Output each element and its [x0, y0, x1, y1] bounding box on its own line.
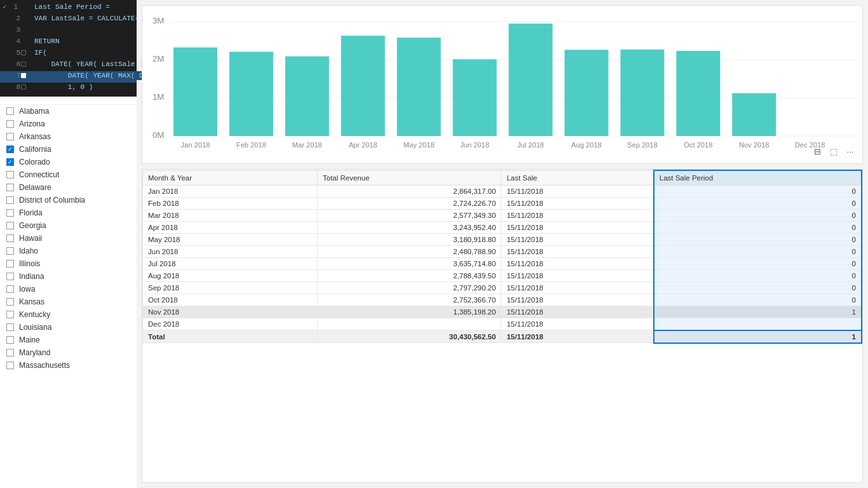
- svg-text:Sep 2018: Sep 2018: [627, 142, 658, 149]
- state-label: Hawaii: [19, 234, 42, 243]
- table-row: Feb 20182,724,226.7015/11/20180: [143, 198, 862, 210]
- state-item-illinois[interactable]: Illinois: [0, 257, 137, 270]
- cell-revenue: 2,577,349.30: [318, 210, 501, 222]
- cell-lastsale: 15/11/2018: [501, 210, 654, 222]
- svg-rect-16: [397, 37, 441, 136]
- state-item-massachusetts[interactable]: Massachusetts: [0, 359, 137, 372]
- state-item-connecticut[interactable]: Connecticut: [0, 168, 137, 181]
- state-item-maryland[interactable]: Maryland: [0, 346, 137, 359]
- state-checkbox[interactable]: [6, 171, 14, 179]
- state-checkbox[interactable]: [6, 336, 14, 344]
- svg-text:1M: 1M: [153, 93, 165, 102]
- cell-month: Feb 2018: [143, 198, 318, 210]
- cell-month: Jan 2018: [143, 186, 318, 198]
- cell-lastsale: 15/11/2018: [501, 222, 654, 234]
- state-checkbox[interactable]: ✓: [6, 146, 14, 153]
- table-row: Jan 20182,864,317.0015/11/20180: [143, 186, 862, 198]
- table-row: Jun 20182,480,788.9015/11/20180: [143, 246, 862, 258]
- code-line-6: 6 DATE( YEAR( LastSale ), MONTH( LastSal…: [0, 60, 137, 71]
- cell-revenue: 3,243,952.40: [318, 222, 501, 234]
- table-row: May 20183,180,918.8015/11/20180: [143, 234, 862, 246]
- state-item-florida[interactable]: Florida: [0, 207, 137, 219]
- state-checkbox[interactable]: [6, 120, 14, 128]
- cell-month: Sep 2018: [143, 282, 318, 294]
- state-checkbox[interactable]: [6, 209, 14, 217]
- state-label: Louisiana: [19, 323, 51, 332]
- table-total-row: Total30,430,562.5015/11/20181: [143, 330, 862, 343]
- svg-rect-10: [229, 51, 273, 136]
- data-table: Month & Year Total Revenue Last Sale Las…: [142, 169, 863, 483]
- filter-icon-btn[interactable]: ⊟: [810, 144, 824, 158]
- table-row: Dec 201815/11/2018: [143, 318, 862, 330]
- export-icon-btn[interactable]: ⬚: [827, 144, 841, 158]
- code-line-7: 7 DATE( YEAR( MAX( Dates[Date] ) ), MONT…: [0, 71, 137, 83]
- state-checkbox[interactable]: [6, 311, 14, 318]
- state-checkbox[interactable]: [6, 222, 14, 229]
- cell-lastsale: 15/11/2018: [501, 294, 654, 306]
- state-item-kentucky[interactable]: Kentucky: [0, 308, 137, 321]
- state-filter-header: [0, 97, 137, 105]
- state-label: California: [19, 145, 51, 154]
- cell-lastsale: 15/11/2018: [501, 270, 654, 282]
- state-checkbox[interactable]: [6, 323, 14, 331]
- cell-lastsale: 15/11/2018: [501, 306, 654, 318]
- svg-text:May 2018: May 2018: [403, 142, 435, 149]
- state-checkbox[interactable]: [6, 184, 14, 191]
- cell-revenue: 1,385,198.20: [318, 306, 501, 318]
- state-checkbox[interactable]: [6, 362, 14, 369]
- state-item-indiana[interactable]: Indiana: [0, 270, 137, 283]
- state-label: Kansas: [19, 297, 44, 306]
- cell-lastsaleperiod: 0: [654, 198, 862, 210]
- state-item-kansas[interactable]: Kansas: [0, 295, 137, 308]
- cell-lastsaleperiod: 0: [654, 234, 862, 246]
- state-item-louisiana[interactable]: Louisiana: [0, 321, 137, 334]
- state-checkbox[interactable]: ✓: [6, 158, 14, 166]
- svg-rect-26: [676, 51, 720, 136]
- state-item-hawaii[interactable]: Hawaii: [0, 232, 137, 245]
- state-checkbox[interactable]: [6, 298, 14, 306]
- state-item-colorado[interactable]: ✓Colorado: [0, 156, 137, 168]
- state-label: Delaware: [19, 183, 51, 192]
- state-item-alabama[interactable]: Alabama: [0, 105, 137, 118]
- state-item-arizona[interactable]: Arizona: [0, 118, 137, 130]
- cell-lastsale: 15/11/2018: [501, 246, 654, 258]
- state-item-georgia[interactable]: Georgia: [0, 219, 137, 232]
- state-checkbox[interactable]: [6, 133, 14, 140]
- state-item-arkansas[interactable]: Arkansas: [0, 130, 137, 143]
- state-item-idaho[interactable]: Idaho: [0, 245, 137, 257]
- cell-lastsaleperiod: 0: [654, 210, 862, 222]
- state-label: Florida: [19, 208, 43, 217]
- state-item-iowa[interactable]: Iowa: [0, 283, 137, 295]
- svg-text:Aug 2018: Aug 2018: [571, 142, 602, 149]
- state-checkbox[interactable]: [6, 247, 14, 255]
- svg-rect-8: [173, 48, 217, 136]
- state-label: Arkansas: [19, 132, 51, 141]
- svg-text:Jan 2018: Jan 2018: [181, 142, 210, 149]
- state-item-california[interactable]: ✓California: [0, 143, 137, 156]
- state-label: Illinois: [19, 259, 40, 268]
- state-checkbox[interactable]: [6, 285, 14, 293]
- more-options-btn[interactable]: ···: [843, 144, 857, 158]
- svg-text:Jul 2018: Jul 2018: [517, 142, 544, 149]
- svg-rect-14: [341, 36, 385, 136]
- cell-revenue: 2,752,366.70: [318, 294, 501, 306]
- table-row: Jul 20183,635,714.8015/11/20180: [143, 258, 862, 270]
- state-label: Georgia: [19, 221, 46, 230]
- state-checkbox[interactable]: [6, 234, 14, 242]
- state-item-delaware[interactable]: Delaware: [0, 181, 137, 194]
- cell-month: Apr 2018: [143, 222, 318, 234]
- total-revenue: 30,430,562.50: [318, 330, 501, 343]
- code-line-3: 3: [0, 25, 137, 37]
- state-item-maine[interactable]: Maine: [0, 334, 137, 346]
- cell-lastsale: 15/11/2018: [501, 234, 654, 246]
- state-checkbox[interactable]: [6, 107, 14, 115]
- state-checkbox[interactable]: [6, 196, 14, 204]
- state-checkbox[interactable]: [6, 349, 14, 356]
- table-row: Nov 20181,385,198.2015/11/20181: [143, 306, 862, 318]
- cell-revenue: 2,797,290.20: [318, 282, 501, 294]
- state-checkbox[interactable]: [6, 273, 14, 280]
- state-checkbox[interactable]: [6, 260, 14, 268]
- cell-lastsale: 15/11/2018: [501, 258, 654, 270]
- svg-text:Apr 2018: Apr 2018: [349, 142, 377, 149]
- state-item-district-of-columbia[interactable]: District of Columbia: [0, 194, 137, 207]
